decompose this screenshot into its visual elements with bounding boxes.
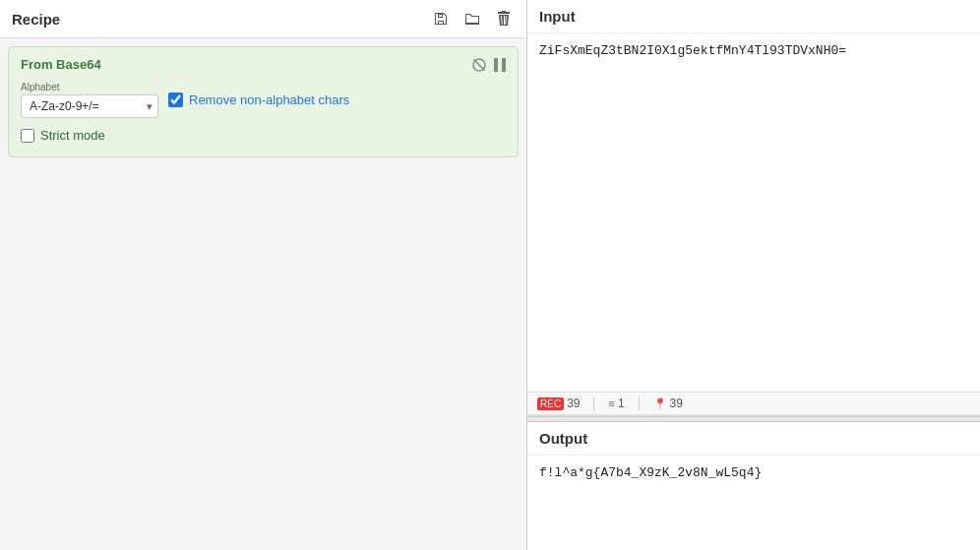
rec-count: 39 [567,397,580,410]
op-card-actions [472,58,506,72]
op-card-header: From Base64 [21,57,506,72]
open-folder-icon[interactable] [461,8,483,30]
strict-mode-label: Strict mode [40,128,105,143]
alphabet-select[interactable]: A-Za-z0-9+/= [21,94,158,118]
recipe-header: Recipe [0,0,526,38]
output-header: Output [527,422,980,456]
alphabet-field: Alphabet A-Za-z0-9+/= ▾ [21,82,158,118]
remove-nonalpha-row: Remove non-alphabet chars [168,92,349,107]
lines-count: 1 [618,397,625,410]
status-divider-2 [639,397,640,410]
status-divider-1 [593,397,594,410]
output-textarea[interactable]: f!l^a*g{A7b4_X9zK_2v8N_wL5q4} [527,456,980,550]
pin-count: 39 [670,397,683,410]
rec-icon: REC [537,397,564,410]
svg-rect-3 [502,58,506,72]
input-textarea[interactable]: ZiFsXmEqZ3tBN2I0X1g5ektfMnY4Tl93TDVxNH0= [527,33,980,392]
op-card-title: From Base64 [21,57,101,72]
remove-nonalpha-checkbox[interactable] [168,92,183,107]
recipe-title: Recipe [12,11,60,28]
rec-status: REC 39 [537,397,580,410]
pause-icon[interactable] [494,58,506,72]
output-section: Output f!l^a*g{A7b4_X9zK_2v8N_wL5q4} [527,422,980,550]
pin-icon: 📍 [653,397,667,410]
input-section: Input ZiFsXmEqZ3tBN2I0X1g5ektfMnY4Tl93TD… [527,0,980,416]
input-header: Input [527,0,980,33]
right-panel: Input ZiFsXmEqZ3tBN2I0X1g5ektfMnY4Tl93TD… [527,0,980,550]
op-card-from-base64: From Base64 [8,46,519,157]
alphabet-label: Alphabet [21,82,158,92]
remove-nonalpha-label: Remove non-alphabet chars [189,92,349,107]
svg-rect-2 [494,58,498,72]
pin-status: 📍 39 [653,397,683,410]
left-panel: Recipe From B [0,0,527,550]
lines-icon: ≡ [608,397,614,409]
save-icon[interactable] [430,8,452,30]
strict-mode-checkbox[interactable] [21,129,34,143]
alphabet-select-container: A-Za-z0-9+/= ▾ [21,94,158,118]
lines-status: ≡ 1 [608,397,624,410]
disable-icon[interactable] [472,58,486,72]
strict-mode-row: Strict mode [21,128,506,143]
recipe-toolbar [430,8,515,30]
alphabet-row: Alphabet A-Za-z0-9+/= ▾ Remove non-alpha… [21,82,506,118]
recipe-content: From Base64 [0,38,526,550]
status-bar: REC 39 ≡ 1 📍 39 [527,392,980,415]
delete-icon[interactable] [493,8,515,30]
